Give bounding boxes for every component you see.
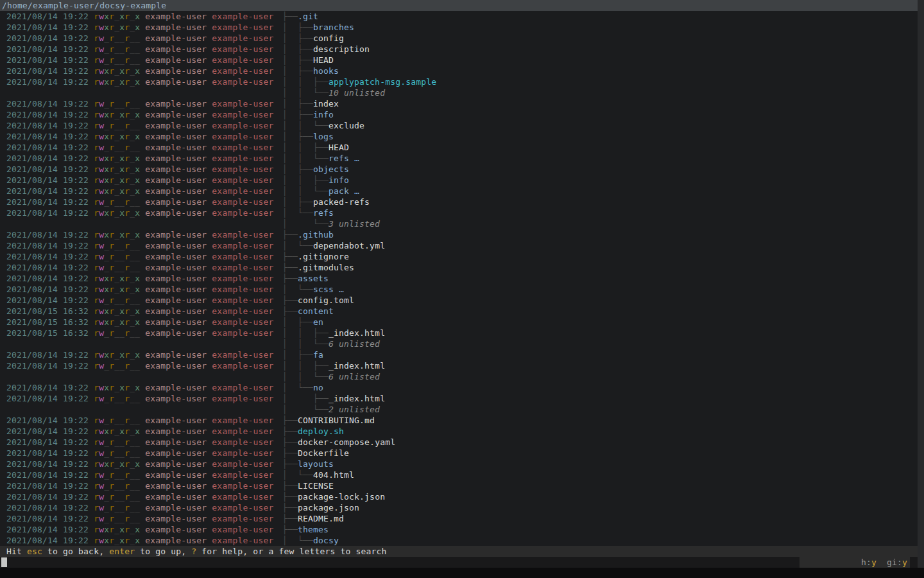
file-name[interactable]: packed-refs bbox=[313, 197, 370, 207]
file-name[interactable]: package.json bbox=[298, 503, 359, 512]
file-row[interactable]: │ └──2 unlisted bbox=[0, 404, 918, 415]
status-text: for help, or a few letters to search bbox=[196, 547, 386, 556]
file-name[interactable]: info bbox=[329, 175, 349, 185]
file-row[interactable]: 2021/08/14 19:22 rwxr_xr_x example-user … bbox=[0, 284, 918, 295]
file-row[interactable]: 2021/08/14 19:22 rwxr_xr_x example-user … bbox=[0, 131, 918, 142]
file-name[interactable]: HEAD bbox=[313, 55, 334, 65]
file-name[interactable]: layouts bbox=[298, 459, 334, 469]
file-row[interactable]: 2021/08/14 19:22 rwxr_xr_x example-user … bbox=[0, 426, 918, 437]
file-row[interactable]: 2021/08/14 19:22 rw_r__r__ example-user … bbox=[0, 251, 918, 262]
file-name[interactable]: package-lock.json bbox=[298, 492, 385, 502]
permissions: rwxr_xr_x bbox=[94, 459, 140, 469]
file-row[interactable]: 2021/08/15 16:32 rwxr_xr_x example-user … bbox=[0, 317, 918, 328]
file-name[interactable]: .github bbox=[298, 230, 334, 240]
file-name[interactable]: .git bbox=[298, 12, 318, 21]
file-name[interactable]: config bbox=[313, 33, 344, 43]
file-name[interactable]: logs bbox=[313, 132, 334, 141]
file-row[interactable]: 2021/08/14 19:22 rw_r__r__ example-user … bbox=[0, 513, 918, 524]
file-row[interactable]: 2021/08/14 19:22 rw_r__r__ example-user … bbox=[0, 120, 918, 131]
file-name[interactable]: dependabot.yml bbox=[313, 241, 385, 250]
file-row[interactable]: 2021/08/14 19:22 rw_r__r__ example-user … bbox=[0, 197, 918, 207]
file-name[interactable]: content bbox=[298, 306, 334, 316]
file-name[interactable]: HEAD bbox=[329, 143, 349, 152]
file-name[interactable]: _index.html bbox=[329, 394, 385, 403]
file-row[interactable]: 2021/08/14 19:22 rwxr_xr_x example-user … bbox=[0, 535, 918, 546]
file-row[interactable]: 2021/08/14 19:22 rw_r__r__ example-user … bbox=[0, 98, 918, 109]
file-name[interactable]: .gitignore bbox=[298, 252, 349, 261]
file-name[interactable]: CONTRIBUTING.md bbox=[298, 416, 375, 425]
file-name[interactable]: Dockerfile bbox=[298, 448, 349, 458]
file-name[interactable]: pack bbox=[329, 186, 349, 196]
file-name[interactable]: description bbox=[313, 44, 370, 54]
file-row[interactable]: 2021/08/14 19:22 rw_r__r__ example-user … bbox=[0, 448, 918, 459]
file-row[interactable]: 2021/08/14 19:22 rw_r__r__ example-user … bbox=[0, 491, 918, 502]
file-row[interactable]: 2021/08/14 19:22 rw_r__r__ example-user … bbox=[0, 55, 918, 66]
file-name[interactable]: fa bbox=[313, 350, 323, 360]
file-row[interactable]: 2021/08/14 19:22 rw_r__r__ example-user … bbox=[0, 469, 918, 480]
file-name[interactable]: scss bbox=[313, 285, 334, 294]
file-row[interactable]: 2021/08/14 19:22 rwxr_xr_x example-user … bbox=[0, 11, 918, 22]
file-row[interactable]: │ │ └──6 unlisted bbox=[0, 338, 918, 349]
file-name[interactable]: applypatch-msg.sample bbox=[329, 77, 436, 87]
file-row[interactable]: 2021/08/15 16:32 rwxr_xr_x example-user … bbox=[0, 306, 918, 317]
file-name[interactable]: branches bbox=[313, 22, 354, 32]
file-name[interactable]: assets bbox=[298, 274, 329, 283]
file-row[interactable]: 2021/08/14 19:22 rw_r__r__ example-user … bbox=[0, 415, 918, 426]
file-name[interactable]: _index.html bbox=[329, 361, 385, 371]
file-name[interactable]: no bbox=[313, 383, 323, 392]
file-row[interactable]: 2021/08/14 19:22 rwxr_xr_x example-user … bbox=[0, 207, 918, 218]
file-name[interactable]: LICENSE bbox=[298, 481, 334, 491]
file-name[interactable]: docsy bbox=[313, 536, 339, 545]
file-row[interactable]: 2021/08/14 19:22 rw_r__r__ example-user … bbox=[0, 393, 918, 404]
file-name[interactable]: config.toml bbox=[298, 295, 354, 305]
file-row[interactable]: 2021/08/14 19:22 rwxr_xr_x example-user … bbox=[0, 153, 918, 164]
file-row[interactable]: 2021/08/14 19:22 rwxr_xr_x example-user … bbox=[0, 109, 918, 120]
file-name[interactable]: 404.html bbox=[313, 470, 354, 480]
file-name[interactable]: deploy.sh bbox=[298, 426, 344, 436]
file-row[interactable]: 2021/08/15 16:32 rw_r__r__ example-user … bbox=[0, 328, 918, 338]
input-cursor[interactable] bbox=[1, 557, 7, 567]
file-row[interactable]: 2021/08/14 19:22 rwxr_xr_x example-user … bbox=[0, 273, 918, 284]
permissions: rwxr_xr_x bbox=[94, 274, 140, 283]
perm-char: w bbox=[99, 295, 104, 305]
file-row[interactable]: 2021/08/14 19:22 rwxr_xr_x example-user … bbox=[0, 186, 918, 197]
file-row[interactable]: 2021/08/14 19:22 rw_r__r__ example-user … bbox=[0, 437, 918, 448]
file-row[interactable]: 2021/08/14 19:22 rw_r__r__ example-user … bbox=[0, 295, 918, 306]
file-row[interactable]: 2021/08/14 19:22 rwxr_xr_x example-user … bbox=[0, 229, 918, 240]
file-row[interactable]: 2021/08/14 19:22 rwxr_xr_x example-user … bbox=[0, 175, 918, 186]
file-row[interactable]: 2021/08/14 19:22 rwxr_xr_x example-user … bbox=[0, 66, 918, 76]
file-row[interactable]: 2021/08/14 19:22 rwxr_xr_x example-user … bbox=[0, 382, 918, 393]
modified-date: 2021/08/14 19:22 bbox=[6, 66, 94, 76]
file-name[interactable]: _index.html bbox=[329, 328, 385, 338]
file-row[interactable]: 2021/08/14 19:22 rw_r__r__ example-user … bbox=[0, 262, 918, 273]
file-row[interactable]: │ └──3 unlisted bbox=[0, 218, 918, 229]
file-name[interactable]: README.md bbox=[298, 514, 344, 523]
file-row[interactable]: 2021/08/14 19:22 rwxr_xr_x example-user … bbox=[0, 459, 918, 469]
file-row[interactable]: 2021/08/14 19:22 rw_r__r__ example-user … bbox=[0, 33, 918, 44]
file-name[interactable]: docker-compose.yaml bbox=[298, 437, 395, 447]
file-row[interactable]: 2021/08/14 19:22 rwxr_xr_x example-user … bbox=[0, 524, 918, 535]
file-row[interactable]: 2021/08/14 19:22 rw_r__r__ example-user … bbox=[0, 142, 918, 153]
file-row[interactable]: │ │ └──6 unlisted bbox=[0, 371, 918, 382]
file-row[interactable]: 2021/08/14 19:22 rwxr_xr_x example-user … bbox=[0, 164, 918, 175]
file-name[interactable]: hooks bbox=[313, 66, 339, 76]
file-name[interactable]: info bbox=[313, 110, 334, 119]
file-name[interactable]: themes bbox=[298, 525, 329, 534]
file-row[interactable]: 2021/08/14 19:22 rw_r__r__ example-user … bbox=[0, 502, 918, 513]
file-name[interactable]: .gitmodules bbox=[298, 263, 354, 272]
file-name[interactable]: en bbox=[313, 317, 323, 327]
file-row[interactable]: 2021/08/14 19:22 rwxr_xr_x example-user … bbox=[0, 22, 918, 33]
file-row[interactable]: 2021/08/14 19:22 rwxr_xr_x example-user … bbox=[0, 349, 918, 360]
search-input-line[interactable]: h:y gi:y bbox=[0, 557, 918, 568]
file-row[interactable]: 2021/08/14 19:22 rw_r__r__ example-user … bbox=[0, 480, 918, 491]
file-row[interactable]: 2021/08/14 19:22 rw_r__r__ example-user … bbox=[0, 360, 918, 371]
file-row[interactable]: 2021/08/14 19:22 rw_r__r__ example-user … bbox=[0, 44, 918, 55]
file-name[interactable]: index bbox=[313, 99, 339, 109]
file-name[interactable]: refs bbox=[329, 153, 349, 163]
file-name[interactable]: exclude bbox=[329, 121, 364, 130]
file-row[interactable]: 2021/08/14 19:22 rwxr_xr_x example-user … bbox=[0, 76, 918, 87]
file-name[interactable]: objects bbox=[313, 164, 349, 174]
file-name[interactable]: refs bbox=[313, 208, 334, 218]
file-row[interactable]: │ │ └──10 unlisted bbox=[0, 87, 918, 98]
file-row[interactable]: 2021/08/14 19:22 rw_r__r__ example-user … bbox=[0, 240, 918, 251]
